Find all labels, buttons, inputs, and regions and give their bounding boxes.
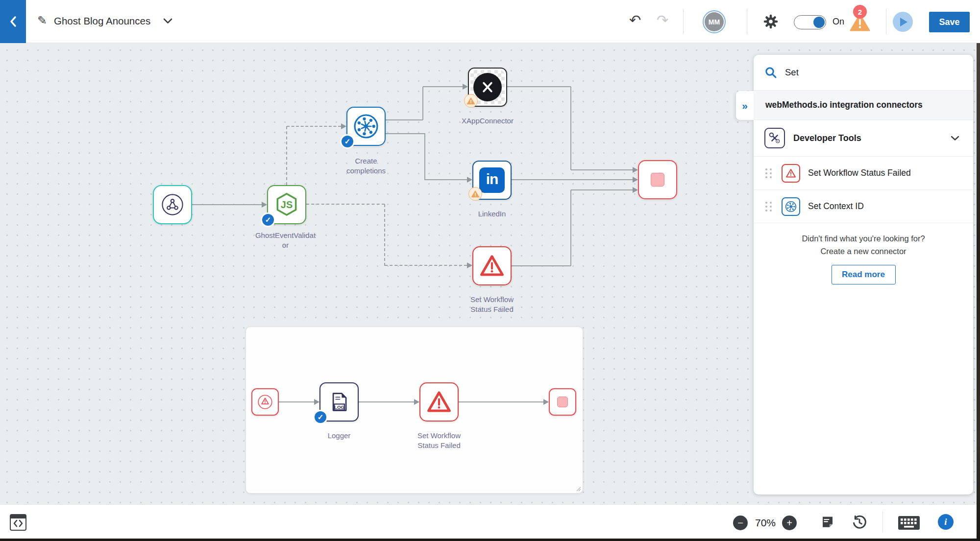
connector-line [386, 119, 423, 120]
webhook-icon [160, 192, 185, 217]
drag-handle-icon[interactable] [765, 202, 772, 212]
code-icon [11, 518, 25, 528]
node-logger[interactable]: LOG ✓ [319, 382, 359, 422]
connectors-header: webMethods.io integration connectors [754, 91, 973, 120]
zoom-in-button[interactable]: + [782, 516, 797, 530]
node-end-main[interactable] [638, 160, 677, 199]
node-set-workflow-status-failed[interactable] [472, 246, 512, 285]
connector-line [359, 401, 414, 402]
success-check-badge-icon: ✓ [261, 212, 275, 227]
toggle-knob [813, 17, 825, 28]
run-button[interactable] [893, 12, 913, 32]
zoom-out-button[interactable]: − [733, 516, 748, 530]
zoom-level: 70% [751, 517, 780, 529]
hub-icon [782, 197, 800, 216]
connector-line-dashed [384, 204, 385, 266]
connector-item-label: Set Workflow Status Failed [808, 168, 911, 178]
node-create-completions[interactable]: ✓ [346, 107, 386, 146]
error-subworkflow-container[interactable] [245, 327, 583, 494]
connector-line [571, 189, 633, 190]
keyboard-icon[interactable] [898, 516, 920, 530]
connector-line [192, 204, 262, 205]
connector-arrow [341, 123, 346, 129]
back-button[interactable] [0, 0, 26, 43]
connector-line [570, 87, 571, 170]
undo-icon[interactable]: ↶ [629, 12, 641, 28]
node-label: LinkedIn [463, 209, 521, 219]
workflow-on-toggle[interactable] [794, 15, 826, 29]
play-icon [900, 18, 907, 26]
avatar-initials: MM [705, 12, 724, 31]
workflow-warnings[interactable]: 2 [848, 5, 872, 33]
svg-text:LOG: LOG [334, 404, 344, 410]
search-row [754, 55, 973, 91]
connector-arrow [467, 262, 472, 268]
node-webhook-trigger[interactable] [153, 185, 192, 224]
drag-handle-icon[interactable] [765, 168, 772, 178]
connector-line-dashed [385, 265, 467, 266]
code-window-strip [11, 515, 25, 518]
node-error-trigger[interactable] [251, 388, 279, 416]
node-linkedin[interactable]: in [472, 161, 512, 200]
connector-line [571, 169, 633, 170]
edit-pencil-icon[interactable]: ✎ [37, 14, 47, 27]
connector-line-dashed [287, 126, 341, 127]
gear-icon[interactable] [762, 13, 779, 30]
node-label: XAppConnector [448, 116, 527, 126]
warning-triangle-icon [479, 254, 505, 278]
back-chevron-icon [7, 14, 20, 29]
connector-item-set-workflow-status-failed[interactable]: Set Workflow Status Failed [754, 157, 973, 190]
toggle-label: On [833, 17, 844, 27]
node-label: Create completions [342, 156, 391, 176]
node-set-workflow-status-failed-sub[interactable] [419, 382, 459, 422]
connector-item-set-context-id[interactable]: Set Context ID [754, 190, 973, 223]
connector-arrow [543, 399, 549, 405]
stop-icon [557, 397, 568, 407]
log-document-icon: LOG [326, 389, 352, 415]
connector-arrow [633, 187, 638, 193]
workflow-title: Ghost Blog Anounces [54, 15, 150, 27]
warning-triangle-icon [782, 164, 800, 183]
connector-line [459, 401, 543, 402]
connector-line [386, 133, 425, 134]
connector-line [424, 133, 425, 180]
category-developer-tools[interactable]: Developer Tools [754, 120, 973, 157]
developer-tools-icon [764, 128, 785, 148]
notes-icon[interactable] [820, 515, 835, 529]
connector-search-input[interactable] [785, 67, 947, 78]
info-button[interactable]: i [938, 514, 954, 530]
svg-text:JS: JS [281, 199, 293, 210]
connector-line [512, 179, 633, 180]
success-check-badge-icon: ✓ [340, 134, 355, 149]
warning-badge-icon [468, 187, 482, 201]
panel-collapse-button[interactable]: » [736, 91, 754, 120]
chevron-down-icon[interactable] [951, 136, 959, 141]
connector-line [425, 179, 467, 180]
window-edge [0, 539, 980, 541]
connector-arrow [414, 399, 419, 405]
stop-icon [651, 173, 664, 187]
workflow-editor: JS ✓ ✓ in [0, 0, 980, 541]
panel-hint: Didn't find what you're looking for? Cre… [754, 223, 973, 258]
resize-handle-icon[interactable] [575, 486, 581, 492]
read-more-button[interactable]: Read more [832, 265, 896, 284]
warning-triangle-icon [426, 390, 452, 414]
connector-line [570, 190, 571, 266]
history-icon[interactable] [852, 515, 867, 530]
error-circle-icon [254, 391, 276, 413]
connector-item-label: Set Context ID [808, 201, 864, 212]
node-xapp-connector[interactable] [468, 68, 507, 107]
avatar[interactable]: MM [703, 10, 726, 33]
node-label: Set Workflow Status Failed [462, 295, 522, 314]
warning-badge-icon [464, 94, 478, 108]
connector-line [279, 401, 314, 402]
node-end-sub[interactable] [549, 388, 576, 416]
save-button[interactable]: Save [929, 12, 970, 32]
code-view-button[interactable] [10, 514, 26, 531]
hub-icon [352, 112, 380, 141]
node-ghost-event-validator[interactable]: JS ✓ [267, 185, 306, 224]
node-label: Set Workflow Status Failed [409, 431, 469, 450]
connector-arrow [633, 167, 638, 173]
nodejs-icon: JS [273, 191, 300, 218]
chevron-down-icon[interactable] [163, 18, 172, 24]
